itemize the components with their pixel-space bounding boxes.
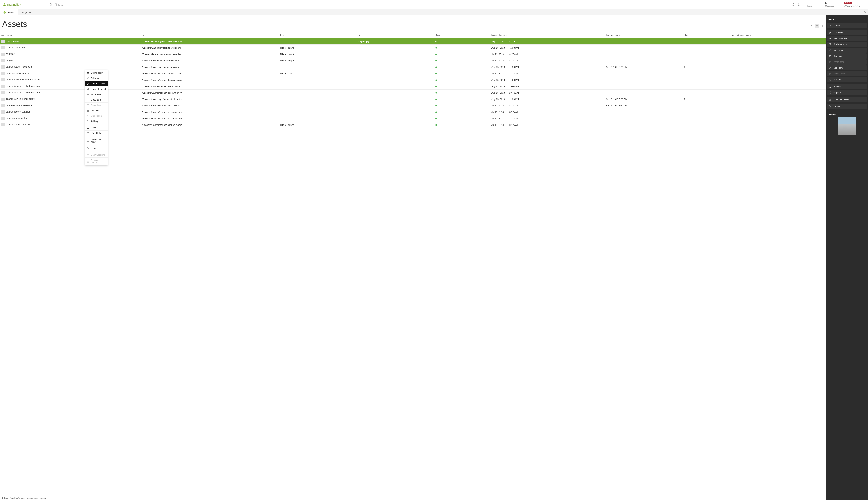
- table-row[interactable]: asia-squared/Edouard-Asia/Blog/el-comes-…: [0, 38, 826, 45]
- content-area: Assets Asset name Path Title Type Statu …: [0, 15, 868, 500]
- ctx-add-tags[interactable]: Add tags: [85, 118, 107, 124]
- asset-mod-date: Jul 11, 20188:17 AM: [490, 70, 605, 77]
- export-icon: [87, 147, 89, 150]
- table-row[interactable]: banner-free-consultation/Edouard/Banner/…: [0, 109, 826, 115]
- pencil-icon: [829, 37, 831, 39]
- circle-icon: [87, 127, 89, 129]
- table-row[interactable]: banner-autumn-keep-calm/Edouard/Homepage…: [0, 64, 826, 70]
- asset-views: [730, 51, 826, 57]
- apps-grid-icon[interactable]: [798, 3, 801, 6]
- action-add-tags[interactable]: Add tags: [827, 77, 867, 82]
- tree-view-button[interactable]: [810, 24, 814, 28]
- asset-mod-date: Jul 11, 20188:17 AM: [490, 109, 605, 115]
- asset-name: banner-free-consultation: [6, 111, 30, 113]
- action-copy-item[interactable]: Copy item: [827, 54, 867, 59]
- asset-status: [434, 45, 490, 51]
- table-row[interactable]: banner-free-workshop/Edouard/Banner/bann…: [0, 115, 826, 122]
- context-menu: Delete assetEdit assetRename nodeDuplica…: [85, 70, 107, 165]
- ctx-edit-asset[interactable]: Edit asset: [85, 76, 107, 81]
- status-published-icon: [435, 92, 437, 93]
- ctx-copy-item[interactable]: Copy item: [85, 97, 107, 102]
- tab-assets[interactable]: Assets: [0, 9, 18, 15]
- asset-mod-date: Sep 6, 20189:07 AM: [490, 38, 605, 45]
- preview-thumbnail[interactable]: [838, 117, 856, 135]
- header-menu-button[interactable]: [863, 0, 868, 9]
- ctx-export[interactable]: Export: [85, 146, 107, 151]
- table-row[interactable]: bag-0001/Edouard/Products/women/accessor…: [0, 51, 826, 57]
- tasks-counter[interactable]: 0 Tasks: [804, 0, 823, 9]
- asset-title: Title for bag-0: [278, 57, 356, 64]
- ctx-publish[interactable]: Publish: [85, 125, 107, 130]
- asset-last-placement: [605, 57, 683, 64]
- ctx-rename-node[interactable]: Rename node: [85, 81, 107, 86]
- ctx-label: Export: [91, 147, 97, 150]
- ctx-download-asset[interactable]: Download asset: [85, 137, 107, 145]
- table-row[interactable]: banner-charisse-kenion/Edouard/Banner/ba…: [0, 70, 826, 77]
- asset-last-placement: [605, 51, 683, 57]
- magnolia-flower-icon: [2, 3, 7, 7]
- col-title[interactable]: Title: [278, 32, 356, 38]
- asset-name: banner-autumn-keep-calm: [6, 66, 32, 68]
- col-modification[interactable]: Modification date: [490, 32, 605, 38]
- action-delete-asset[interactable]: Delete asset: [827, 23, 867, 28]
- table-row[interactable]: banner-hannah-morgan/Edouard/Banner/bann…: [0, 122, 826, 128]
- col-asset-name[interactable]: Asset name: [0, 32, 141, 38]
- col-last-placement[interactable]: Last placement: [605, 32, 683, 38]
- col-views[interactable]: assets.browser.views: [730, 32, 826, 38]
- action-unpublish[interactable]: Unpublish: [827, 90, 867, 95]
- ctx-unpublish[interactable]: Unpublish: [85, 130, 107, 136]
- versions-icon: [87, 154, 89, 156]
- table-row[interactable]: banner-delivery-customer-with-car/Edouar…: [0, 77, 826, 83]
- asset-status: [434, 64, 490, 70]
- asset-thumbnail: [1, 78, 4, 81]
- ctx-duplicate-asset[interactable]: Duplicate asset: [85, 86, 107, 92]
- x-icon: [829, 24, 831, 27]
- ctx-label: Move asset: [91, 93, 102, 96]
- ctx-delete-asset[interactable]: Delete asset: [85, 70, 107, 76]
- table-row[interactable]: banner-first-purchase-shop/Edouard/Banne…: [0, 102, 826, 109]
- asset-thumbnail: [1, 59, 4, 62]
- move-icon: [87, 93, 89, 96]
- environment-indicator[interactable]: PROD e-Commerce Author: [841, 0, 863, 9]
- table-row[interactable]: banner-discount-on-first-purchase/Edouar…: [0, 83, 826, 90]
- grid-view-button[interactable]: [820, 24, 824, 28]
- ctx-move-asset[interactable]: Move asset: [85, 92, 107, 97]
- brand-logo[interactable]: magnolia®: [2, 3, 21, 7]
- asset-type: [356, 83, 434, 90]
- action-edit-asset[interactable]: Edit asset: [827, 30, 867, 35]
- action-unlock-item: Unlock item: [827, 71, 867, 76]
- col-status[interactable]: Statu: [434, 32, 490, 38]
- asset-place-count: 1: [683, 64, 730, 70]
- asset-path: /Edouard/Products/women/accessories: [141, 51, 278, 57]
- asset-type: [356, 64, 434, 70]
- action-export[interactable]: Export: [827, 104, 867, 109]
- table-row[interactable]: banner-discount-on-first-purchase/Edouar…: [0, 90, 826, 96]
- action-publish[interactable]: Publish: [827, 84, 867, 89]
- table-row[interactable]: banner-back-to-work/Edouard/Campaign/bac…: [0, 45, 826, 51]
- ctx-lock-item[interactable]: Lock item: [85, 108, 107, 113]
- list-view-button[interactable]: [815, 24, 819, 28]
- action-rename-node[interactable]: Rename node: [827, 36, 867, 41]
- col-path[interactable]: Path: [141, 32, 278, 38]
- action-lock-item[interactable]: Lock item: [827, 65, 867, 70]
- asset-mod-date: Aug 15, 20181:09 PM: [490, 96, 605, 102]
- action-move-asset[interactable]: Move asset: [827, 48, 867, 53]
- mic-icon[interactable]: [792, 3, 795, 6]
- tab-image-bank[interactable]: Image bank: [18, 9, 36, 15]
- ctx-label: Unlock item: [91, 115, 102, 117]
- search-input[interactable]: [53, 3, 790, 7]
- panel-header[interactable]: Asset: [826, 15, 868, 23]
- messages-counter[interactable]: 0 Messages: [823, 0, 841, 9]
- col-type[interactable]: Type: [356, 32, 434, 38]
- action-download-asset[interactable]: Download asset: [827, 97, 867, 102]
- action-label: Publish: [833, 86, 841, 88]
- pencil-icon: [87, 77, 89, 80]
- asset-name: banner-delivery-customer-with-car: [6, 78, 40, 81]
- table-row[interactable]: banner-fashion-friends-forever/Edouard/H…: [0, 96, 826, 102]
- action-label: Copy item: [833, 55, 843, 57]
- col-place[interactable]: Place: [683, 32, 730, 38]
- action-duplicate-asset[interactable]: Duplicate asset: [827, 42, 867, 47]
- close-app-icon[interactable]: [864, 11, 867, 14]
- table-row[interactable]: bag-0002/Edouard/Products/women/accessor…: [0, 57, 826, 64]
- asset-status: [434, 115, 490, 122]
